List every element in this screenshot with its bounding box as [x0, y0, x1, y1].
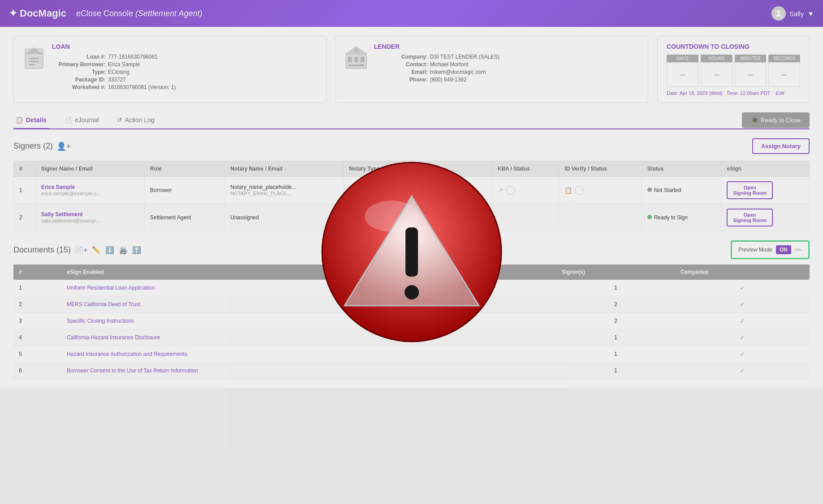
col-role: Role [144, 161, 224, 177]
ready-to-close-button[interactable]: 🎓 Ready to Close [742, 112, 810, 128]
preview-mode-off-toggle[interactable] [795, 248, 802, 251]
doc-name: California Hazard Insurance Disclosure [61, 329, 556, 346]
svg-point-0 [777, 10, 780, 13]
print-doc-icon[interactable]: 🖨️ [119, 246, 128, 254]
loan-icon [23, 45, 45, 74]
chevron-down-icon[interactable]: ▼ [807, 10, 814, 17]
add-signer-icon[interactable]: 👤+ [56, 141, 71, 151]
package-id: 333727 [108, 77, 126, 83]
countdown-seconds: SECONDS – [768, 55, 800, 87]
row-status: Not Started [642, 177, 721, 204]
download-doc-icon[interactable]: ⬇️ [105, 246, 114, 254]
doc-link[interactable]: MERS California Deed of Trust [67, 301, 140, 308]
documents-title: Documents (15) 📄+ ✏️ ⬇️ 🖨️ ⬆️ [13, 245, 141, 255]
tabs-left: 📋 Details 📄 eJournal ↺ Action Log [13, 112, 157, 128]
doc-completed: ✓ [675, 313, 810, 329]
doc-name: Specific Closing Instructions [61, 313, 556, 329]
lender-card: LENDER Company: DSI TEST LENDER (SALES) … [336, 36, 649, 103]
doc-num: 3 [13, 313, 61, 329]
loan-type: EClosing [108, 69, 129, 75]
contact: Michael Morford [430, 61, 469, 68]
logo-star-icon: ✦ [9, 8, 17, 19]
lender-info: LENDER Company: DSI TEST LENDER (SALES) … [374, 43, 639, 84]
page-title: eClose Console (Settlement Agent) [76, 9, 203, 18]
company: DSI TEST LENDER (SALES) [430, 54, 500, 60]
phone: (800) 649-1362 [430, 77, 467, 83]
check-mark: ✓ [740, 284, 745, 291]
countdown-days: DAYS – [667, 55, 698, 87]
signer-email: sally.settlement@exampl... [41, 218, 100, 223]
doc-action-icons: 📄+ ✏️ ⬇️ 🖨️ ⬆️ [74, 246, 141, 254]
tab-action-log[interactable]: ↺ Action Log [115, 112, 157, 129]
action-log-icon: ↺ [117, 116, 122, 124]
add-doc-icon[interactable]: 📄+ [74, 246, 87, 254]
preview-mode-on-toggle[interactable]: ON [776, 245, 791, 254]
upload-doc-icon[interactable]: ⬆️ [132, 246, 141, 254]
info-row: LOAN Loan #: 777-1616630796081 Primary B… [13, 36, 810, 103]
doc-signers: 1 [556, 329, 675, 346]
doc-completed: ✓ [675, 329, 810, 346]
lender-title: LENDER [374, 43, 639, 50]
row-role: Borrower [144, 177, 224, 204]
col-notary-type: Notary Type / Closing Date - Time [343, 161, 492, 177]
avatar [771, 6, 786, 21]
user-menu[interactable]: Sally ▼ [771, 6, 814, 21]
minutes-value: – [735, 62, 767, 87]
phone-label: Phone: [374, 77, 428, 83]
doc-link[interactable]: California Hazard Insurance Disclosure [67, 334, 160, 341]
main-content: LOAN Loan #: 777-1616630796081 Primary B… [0, 27, 823, 388]
col-status: Status [642, 161, 721, 177]
countdown-title: COUNTDOWN TO CLOSING [667, 43, 800, 50]
edit-link[interactable]: Edit [776, 90, 784, 96]
doc-signers: 2 [556, 313, 675, 329]
id-verify-icon: 📋 [564, 187, 572, 194]
check-mark: ✓ [740, 350, 745, 358]
days-label: DAYS [667, 55, 698, 62]
preview-mode-label: Preview Mode [738, 247, 772, 253]
doc-signers: 1 [556, 363, 675, 379]
doc-link[interactable]: Specific Closing Instructions [67, 318, 134, 324]
doc-num: 6 [13, 363, 61, 379]
signer-link[interactable]: Sally Settlement [41, 211, 139, 218]
assign-notary-button[interactable]: Assign Notary [752, 138, 810, 154]
col-notary-name: Notary Name / Email [225, 161, 344, 177]
doc-completed: ✓ [675, 363, 810, 379]
col-esign: eSign [721, 161, 810, 177]
notary-email: NOTARY_EMAIL_PLACE... [230, 191, 291, 196]
svg-point-8 [354, 48, 358, 53]
svg-rect-12 [348, 64, 364, 66]
minutes-label: MINUTES [735, 55, 767, 62]
documents-table: # eSign Enabled Signer(s) Completed 1 Un… [13, 265, 810, 379]
contact-label: Contact: [374, 61, 428, 68]
tab-ejournal[interactable]: 📄 eJournal [62, 112, 101, 129]
open-signing-room-button[interactable]: OpenSigning Room [727, 209, 773, 226]
loan-info: LOAN Loan #: 777-1616630796081 Primary B… [52, 43, 317, 92]
doc-link[interactable]: Hazard Insurance Authorization and Requi… [67, 351, 187, 357]
doc-completed: ✓ [675, 280, 810, 296]
loan-type-label: Type: [52, 69, 106, 75]
doc-signers: 1 [556, 280, 675, 296]
row-notary: Unassigned [225, 204, 344, 231]
doc-link[interactable]: Uniform Residential Loan Application [67, 285, 155, 291]
tabs-bar: 📋 Details 📄 eJournal ↺ Action Log 🎓 Read… [13, 112, 810, 129]
signer-link[interactable]: Erica Sample [41, 184, 139, 190]
table-row: 1 Uniform Residential Loan Application 1… [13, 280, 810, 296]
details-icon: 📋 [16, 116, 23, 124]
table-row: 3 Specific Closing Instructions 2 ✓ [13, 313, 810, 329]
signer-email: erica.sample@example.c... [41, 191, 101, 196]
doc-link[interactable]: Borrower Consent to the Use of Tax Retur… [67, 367, 198, 374]
row-status: Ready to Sign [642, 204, 721, 231]
edit-doc-icon[interactable]: ✏️ [92, 246, 101, 254]
logo: ✦ DocMagic [9, 8, 66, 19]
row-kba: ↗ [492, 177, 559, 204]
open-signing-room-button[interactable]: OpenSigning Room [727, 181, 773, 199]
ready-close-icon: 🎓 [751, 117, 758, 124]
check-mark: ✓ [740, 301, 745, 308]
primary-borrower: Erica Sample [108, 61, 140, 68]
doc-name: Hazard Insurance Authorization and Requi… [61, 346, 556, 363]
tab-details[interactable]: 📋 Details [13, 112, 49, 129]
countdown-minutes: MINUTES – [735, 55, 767, 87]
check-mark: ✓ [740, 334, 745, 341]
id-verify-circle [575, 186, 584, 195]
kba-send-icon: ↗ [498, 187, 503, 194]
